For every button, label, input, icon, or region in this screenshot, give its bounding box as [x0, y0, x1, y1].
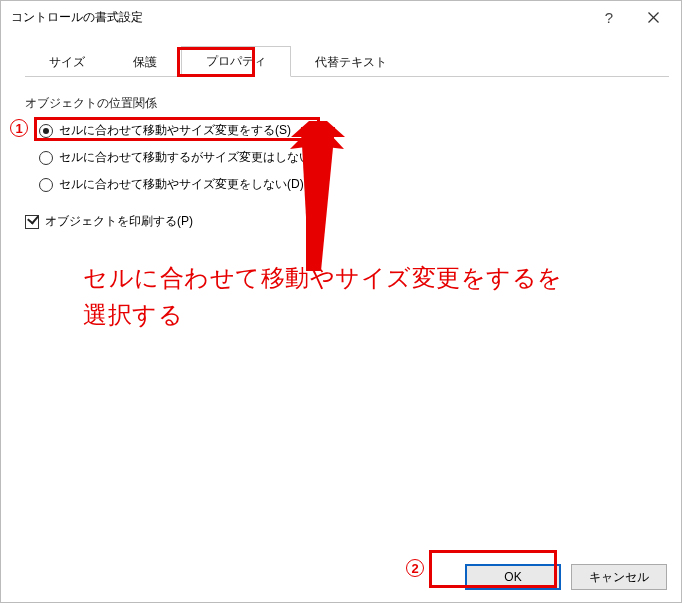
tab-size[interactable]: サイズ: [25, 48, 109, 77]
tab-protection[interactable]: 保護: [109, 48, 181, 77]
ok-button[interactable]: OK: [465, 564, 561, 590]
checkbox-icon: [25, 215, 39, 229]
radio-icon: [39, 124, 53, 138]
radio-icon: [39, 151, 53, 165]
button-bar: OK キャンセル: [465, 564, 667, 590]
dialog-title: コントロールの書式設定: [11, 9, 587, 26]
radio-label: セルに合わせて移動するがサイズ変更はしない(M): [59, 149, 329, 166]
annotation-number-1: 1: [10, 119, 30, 139]
radio-move-and-size[interactable]: セルに合わせて移動やサイズ変更をする(S): [39, 122, 657, 139]
radio-no-move-no-size[interactable]: セルに合わせて移動やサイズ変更をしない(D): [39, 176, 657, 193]
cancel-button[interactable]: キャンセル: [571, 564, 667, 590]
close-icon: [648, 12, 659, 23]
radio-label: セルに合わせて移動やサイズ変更をしない(D): [59, 176, 304, 193]
radio-icon: [39, 178, 53, 192]
close-button[interactable]: [631, 2, 675, 32]
tab-properties[interactable]: プロパティ: [181, 46, 291, 77]
help-button[interactable]: ?: [587, 2, 631, 32]
titlebar: コントロールの書式設定 ?: [1, 1, 681, 33]
position-section-label: オブジェクトの位置関係: [25, 95, 657, 112]
properties-panel: オブジェクトの位置関係 セルに合わせて移動やサイズ変更をする(S) セルに合わせ…: [1, 77, 681, 252]
annotation-text: セルに合わせて移動やサイズ変更をするを 選択する: [83, 259, 563, 333]
tabstrip: サイズ 保護 プロパティ 代替テキスト: [25, 45, 669, 77]
annotation-number-2: 2: [406, 559, 426, 579]
radio-label: セルに合わせて移動やサイズ変更をする(S): [59, 122, 291, 139]
radio-move-only[interactable]: セルに合わせて移動するがサイズ変更はしない(M): [39, 149, 657, 166]
checkbox-print-object[interactable]: オブジェクトを印刷する(P): [25, 213, 657, 230]
checkbox-label: オブジェクトを印刷する(P): [45, 213, 193, 230]
dialog-window: コントロールの書式設定 ? サイズ 保護 プロパティ 代替テキスト オブジェクト…: [0, 0, 682, 603]
tab-alt-text[interactable]: 代替テキスト: [291, 48, 411, 77]
